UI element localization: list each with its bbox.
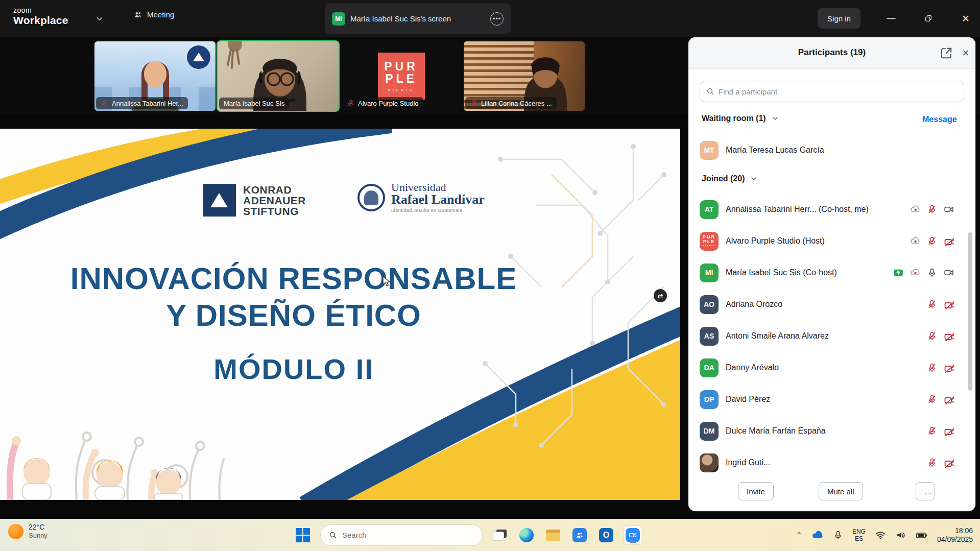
taskbar-weather-widget[interactable]: 22°C Sunny [8, 523, 47, 540]
find-participant-searchbox[interactable] [700, 81, 964, 102]
mic-off-icon[interactable] [927, 426, 937, 436]
video-name-label: María Isabel Suc Sis [219, 98, 289, 109]
mute-all-button[interactable]: Mute all [819, 482, 863, 500]
close-panel-icon[interactable]: ✕ [959, 46, 972, 60]
close-window-button[interactable]: ✕ [959, 11, 973, 26]
waiting-room-row[interactable]: MT María Teresa Lucas García [700, 137, 954, 163]
date: 04/09/2025 [937, 535, 973, 544]
camera-off-icon[interactable] [944, 458, 954, 468]
participant-row[interactable]: AO Adriana Orozco [700, 292, 954, 317]
video-tile-maria-isabel-active-speaker[interactable]: María Isabel Suc Sis [218, 41, 339, 111]
search-icon [706, 87, 714, 95]
onedrive-cloud-icon[interactable] [811, 529, 824, 541]
participant-name: David Pérez [726, 395, 920, 404]
mic-off-icon[interactable] [927, 204, 937, 214]
language-switcher[interactable]: ENG ES [852, 528, 866, 542]
tab-meeting[interactable]: Meeting [134, 10, 174, 19]
participant-row[interactable]: DA Danny Arévalo [700, 355, 954, 380]
taskbar-clock[interactable]: 18:06 04/09/2025 [937, 526, 973, 544]
task-view-button[interactable] [491, 526, 509, 544]
zoom-app-button-active[interactable] [624, 526, 642, 544]
meeting-tab-label: Meeting [147, 10, 174, 19]
chevron-down-icon [771, 114, 779, 123]
mic-off-icon[interactable] [927, 331, 937, 341]
mic-off-icon[interactable] [927, 458, 937, 468]
zoom-workplace-logo: zoom Workplace [13, 6, 68, 27]
video-tile-alvaro[interactable]: PUR PLE studio Alvaro Purple Studio [341, 41, 462, 111]
participants-list[interactable]: AT Annalissa Tabarini Herr... (Co-host, … [688, 160, 975, 475]
mic-off-icon[interactable] [927, 299, 937, 309]
brand-workplace: Workplace [13, 14, 68, 27]
invite-button[interactable]: Invite [738, 482, 774, 500]
pop-out-panel-icon[interactable] [940, 46, 953, 60]
mic-off-icon[interactable] [927, 236, 937, 246]
avatar: MI [332, 12, 345, 26]
taskbar-search-box[interactable] [320, 524, 483, 546]
avatar: AS [700, 327, 719, 346]
tab-shared-screen[interactable]: MI María Isabel Suc Sis's screen ••• [325, 3, 511, 34]
mic-in-use-icon[interactable] [833, 530, 843, 540]
mic-off-icon [470, 99, 478, 107]
camera-off-icon[interactable] [944, 426, 954, 436]
tab-options-ellipsis-icon[interactable]: ••• [490, 12, 504, 26]
edge-icon [519, 528, 534, 542]
message-waiting-room-link[interactable]: Message [922, 115, 957, 124]
sign-in-button[interactable]: Sign in [818, 8, 861, 29]
outlook-button[interactable]: O [597, 526, 615, 544]
camera-off-icon[interactable] [944, 394, 954, 404]
camera-off-icon[interactable] [944, 236, 954, 246]
kas-logo-icon [203, 184, 236, 217]
mic-on-icon[interactable] [927, 268, 937, 278]
zoom-workplace-window: zoom Workplace Meeting MI María Isabel S… [0, 0, 980, 551]
purple-studio-logo: PUR PLE studio [378, 53, 425, 100]
avatar: DP [700, 390, 719, 409]
avatar: DM [700, 422, 719, 441]
start-button[interactable] [294, 526, 312, 544]
edge-browser-button[interactable] [517, 526, 536, 544]
camera-off-icon[interactable] [944, 363, 954, 373]
video-tile-annalissa[interactable]: Annalissa Tabarini Her... [94, 41, 216, 111]
participant-row[interactable]: DM Dulce María Farfán España [700, 418, 954, 444]
participant-row[interactable]: DP David Pérez [700, 387, 954, 412]
cloud-recording-icon [910, 236, 920, 246]
file-explorer-button[interactable] [544, 526, 562, 544]
find-participant-input[interactable] [719, 87, 958, 96]
more-options-button[interactable]: ... [916, 482, 935, 500]
participant-name: Alvaro Purple Studio (Host) [726, 236, 903, 246]
slide-module-subtitle: MÓDULO II [0, 352, 587, 386]
participant-row[interactable]: MI María Isabel Suc Sis (Co-host) [700, 260, 954, 285]
restore-button[interactable] [921, 11, 936, 26]
wifi-icon[interactable] [875, 530, 886, 541]
battery-icon[interactable] [916, 529, 928, 541]
camera-off-icon[interactable] [944, 331, 954, 341]
camera-off-icon[interactable] [944, 299, 954, 309]
participant-row[interactable]: PUR PLE studio Alvaro Purple Studio (Hos… [700, 228, 954, 254]
annotation-toolbar-toggle-button[interactable]: ⇄ [654, 289, 667, 302]
mic-off-icon[interactable] [927, 363, 937, 373]
avatar: DA [700, 358, 719, 377]
workspace-dropdown-chevron-icon[interactable] [95, 14, 104, 23]
sun-weather-icon [8, 524, 23, 539]
shared-screen-tab-label: María Isabel Suc Sis's screen [350, 14, 451, 23]
avatar: AT [700, 200, 719, 219]
participant-name: María Teresa Lucas García [726, 146, 954, 155]
participant-row[interactable]: AS Antoni Smaile Arana Alvarez [700, 323, 954, 349]
time: 18:06 [937, 526, 973, 535]
participant-row[interactable]: AT Annalissa Tabarini Herr... (Co-host, … [700, 197, 954, 222]
hidden-icons-chevron[interactable]: ⌃ [796, 531, 802, 540]
participant-row-clipped[interactable]: Ingrid Guti... [700, 450, 954, 475]
teams-button[interactable] [570, 526, 589, 544]
participant-name: Ingrid Guti... [726, 458, 920, 467]
camera-on-icon[interactable] [944, 268, 954, 278]
waiting-room-section-header[interactable]: Waiting room (1) [702, 114, 779, 123]
panel-scrollbar[interactable] [968, 232, 972, 391]
volume-icon[interactable] [895, 530, 906, 541]
mic-off-icon[interactable] [927, 394, 937, 404]
screen-sharing-icon [893, 268, 903, 278]
cloud-recording-icon [910, 204, 920, 214]
avatar-purple-studio-logo: PUR PLE studio [700, 232, 719, 251]
minimize-button[interactable]: — [884, 11, 898, 26]
taskbar-search-input[interactable] [342, 531, 460, 539]
video-tile-lilian[interactable]: Lilian Corina Cáceres ... [464, 41, 585, 111]
camera-on-icon[interactable] [944, 204, 954, 214]
